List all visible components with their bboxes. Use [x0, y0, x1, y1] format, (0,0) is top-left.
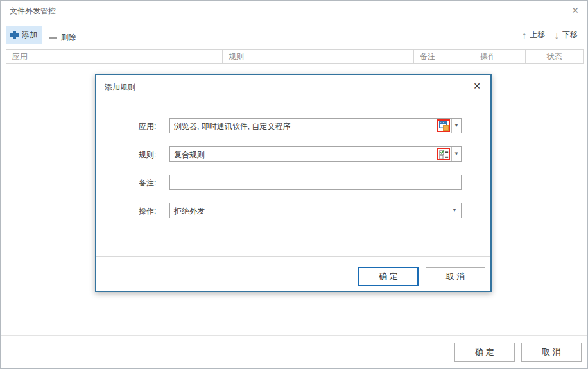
action-field-label: 操作: — [139, 206, 156, 217]
rule-field-label: 规则: — [139, 150, 156, 160]
column-header-rule: 规则 — [223, 50, 414, 63]
plus-icon — [10, 31, 19, 39]
delete-button-label: 删除 — [60, 32, 76, 43]
move-down-button[interactable]: ↓ 下移 — [550, 26, 583, 44]
app-combobox[interactable]: 浏览器, 即时通讯软件, 自定义程序 ▼ — [169, 118, 462, 133]
app-combobox-value: 浏览器, 即时通讯软件, 自定义程序 — [174, 121, 435, 132]
move-up-button[interactable]: ↑ 上移 — [517, 26, 550, 44]
window-close-icon[interactable]: ✕ — [571, 4, 579, 16]
app-field-label: 应用: — [139, 121, 156, 132]
move-up-label: 上移 — [530, 30, 546, 40]
rule-picker-button[interactable] — [437, 148, 450, 160]
rule-combobox[interactable]: 复合规则 ▼ — [169, 146, 462, 162]
dialog-close-icon[interactable]: ✕ — [473, 80, 481, 92]
move-down-label: 下移 — [562, 30, 578, 40]
delete-button[interactable]: 删除 — [44, 29, 80, 46]
caret-down-icon: ▼ — [454, 123, 459, 128]
rule-field-row: 规则: 复合规则 ▼ — [96, 146, 490, 162]
dialog-cancel-button[interactable]: 取 消 — [426, 267, 485, 286]
dialog-footer-divider — [96, 256, 490, 257]
remark-field-row: 备注: — [96, 175, 490, 190]
minus-icon — [49, 37, 57, 39]
caret-down-icon: ▼ — [452, 208, 457, 213]
arrow-down-icon: ↓ — [555, 30, 560, 40]
column-header-app: 应用 — [6, 50, 223, 63]
app-dropdown-button[interactable]: ▼ — [451, 119, 461, 133]
arrow-up-icon: ↑ — [522, 30, 527, 40]
column-header-remark: 备注 — [414, 50, 474, 63]
footer-divider — [1, 335, 588, 336]
rule-combobox-value: 复合规则 — [174, 150, 435, 160]
checklist-icon — [439, 150, 449, 159]
window-ok-button[interactable]: 确 定 — [454, 343, 515, 362]
app-picker-button[interactable] — [437, 119, 450, 132]
action-field-row: 操作: 拒绝外发 ▼ — [96, 203, 490, 218]
table-header: 应用 规则 备注 操作 状态 — [6, 49, 584, 64]
remark-input[interactable] — [169, 175, 462, 190]
add-button-label: 添加 — [22, 30, 37, 40]
file-outgoing-control-window: 文件外发管控 ✕ 添加 删除 ↑ 上移 ↓ 下移 应用 规则 备注 操作 状态 — [0, 0, 588, 369]
action-select-value: 拒绝外发 — [174, 206, 205, 217]
action-select[interactable]: 拒绝外发 ▼ — [169, 203, 462, 218]
add-button[interactable]: 添加 — [6, 26, 42, 44]
dialog-title: 添加规则 — [105, 82, 135, 93]
window-cancel-button[interactable]: 取 消 — [521, 343, 582, 362]
window-title: 文件外发管控 — [10, 6, 56, 17]
column-header-action: 操作 — [474, 50, 526, 63]
toolbar: 添加 删除 ↑ 上移 ↓ 下移 — [6, 26, 582, 44]
remark-field-label: 备注: — [139, 178, 156, 189]
column-header-status: 状态 — [526, 50, 583, 63]
add-rule-dialog: 添加规则 ✕ 应用: 浏览器, 即时通讯软件, 自定义程序 — [95, 74, 492, 292]
app-window-icon — [439, 121, 449, 131]
rule-dropdown-button[interactable]: ▼ — [451, 147, 461, 161]
app-field-row: 应用: 浏览器, 即时通讯软件, 自定义程序 ▼ — [96, 118, 490, 133]
toolbar-right-group: ↑ 上移 ↓ 下移 — [517, 26, 582, 44]
caret-down-icon: ▼ — [454, 151, 459, 157]
dialog-ok-button[interactable]: 确 定 — [358, 267, 419, 286]
